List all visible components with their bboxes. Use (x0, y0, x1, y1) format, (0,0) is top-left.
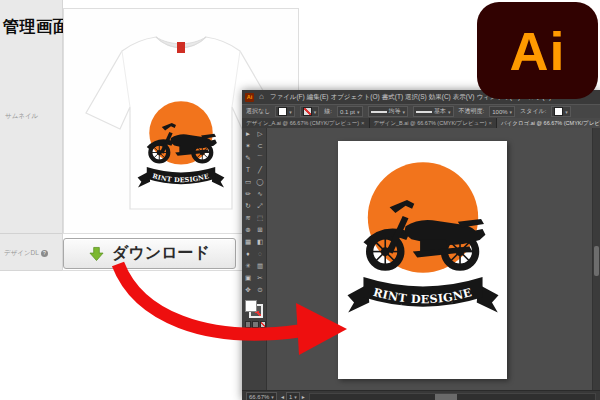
menu-item[interactable]: 編集(E) (306, 93, 330, 100)
sidebar-divider (0, 233, 62, 234)
brush-stroke-icon (416, 111, 432, 113)
rectangle-tool[interactable]: ▭ (242, 176, 254, 188)
width-tool[interactable]: ≋ (242, 212, 254, 224)
tab-close-icon[interactable]: × (488, 120, 492, 126)
zoom-level-value: 66.67% (249, 394, 269, 400)
artboard-navigation: ◂ 1 ▾ ▸ (281, 392, 305, 400)
download-button[interactable]: ダウンロード (63, 238, 236, 269)
row-divider (62, 270, 242, 271)
menu-item[interactable]: 選択(S) (404, 93, 428, 100)
horizontal-scrollbar-thumb[interactable] (435, 394, 457, 400)
tab-close-icon[interactable]: × (361, 120, 365, 126)
horizontal-scrollbar[interactable] (309, 393, 596, 400)
blend-tool[interactable]: ◌ (254, 248, 266, 260)
line-tool[interactable]: ╱ (254, 164, 266, 176)
selection-status: 選択なし (246, 107, 270, 116)
ellipse-tool[interactable]: ◯ (254, 176, 266, 188)
stroke-color-picker[interactable]: ▾ (300, 106, 320, 117)
gradient-mode-button[interactable] (252, 321, 258, 328)
stroke-width-select[interactable]: 0.1 pt ▾ (337, 106, 363, 117)
artboard-number-select[interactable]: 1 ▾ (286, 392, 300, 400)
shape-builder-tool[interactable]: ⊕ (242, 224, 254, 236)
stroke-profile-icon (371, 111, 387, 113)
tool-panel: ►▷✶⊂✎⌒T╱▭◯✏∿↻⤢≋⬚⊕⊞▦◧♦◌✳▥▣✂✥⊙ (242, 128, 267, 390)
vertical-scrollbar[interactable] (592, 128, 600, 390)
prev-artboard-button[interactable]: ◂ (281, 393, 284, 400)
direct-selection-tool[interactable]: ▷ (254, 128, 266, 140)
style-swatch (554, 107, 563, 116)
design-dl-label: デザインDL ? (4, 249, 48, 258)
magic-wand-tool[interactable]: ✶ (242, 140, 254, 152)
zoom-level-select[interactable]: 66.67% ▾ (246, 392, 277, 400)
admin-sidebar: 管理画面 サムネイル デザインDL ? (0, 0, 63, 271)
gradient-tool[interactable]: ◧ (254, 236, 266, 248)
document-tab[interactable]: バイクロゴ.ai @ 66.67% (CMYK/プレビュー)× (497, 118, 600, 128)
brush-definition-select[interactable]: 基本 ▾ (413, 106, 454, 117)
artboard-number: 1 (289, 394, 292, 400)
stroke-swatch (303, 107, 312, 116)
status-bar: 66.67% ▾ ◂ 1 ▾ ▸ (242, 390, 600, 400)
eyedropper-tool[interactable]: ♦ (242, 248, 254, 260)
opacity-value: 100% (492, 109, 507, 115)
fill-indicator[interactable] (245, 300, 257, 312)
brush-definition-value: 基本 (434, 107, 446, 116)
graph-tool[interactable]: ▥ (254, 260, 266, 272)
artboard-artwork (338, 141, 507, 379)
ai-app-icon[interactable]: Ai (245, 93, 254, 102)
document-tab-label: バイクロゴ.ai @ 66.67% (CMYK/プレビュー) (501, 120, 600, 127)
pen-tool[interactable]: ✎ (242, 152, 254, 164)
color-mode-button[interactable] (245, 321, 251, 328)
type-tool[interactable]: T (242, 164, 254, 176)
home-icon[interactable]: ⌂ (259, 92, 264, 102)
lasso-tool[interactable]: ⊂ (254, 140, 266, 152)
curvature-tool[interactable]: ⌒ (254, 152, 266, 164)
page-title: 管理画面 (3, 17, 69, 38)
free-transform-tool[interactable]: ⬚ (254, 212, 266, 224)
document-tab-label: デザイン_B.ai @ 66.67% (CMYK/プレビュー) (374, 120, 487, 127)
fill-stroke-widget[interactable] (245, 300, 263, 318)
help-icon[interactable]: ? (41, 250, 48, 257)
menu-item[interactable]: ファイル(F) (269, 93, 306, 100)
menu-item[interactable]: 表示(V) (452, 93, 476, 100)
zoom-tool[interactable]: ⊙ (254, 284, 266, 296)
vertical-scrollbar-thumb[interactable] (594, 246, 599, 276)
menu-item[interactable]: オブジェクト(O) (329, 93, 380, 100)
rotate-tool[interactable]: ↻ (242, 200, 254, 212)
document-tab-label: デザイン_A.ai @ 66.67% (CMYK/プレビュー) (246, 120, 359, 127)
selection-tool[interactable]: ► (242, 128, 254, 140)
artboard[interactable] (338, 141, 507, 379)
stroke-label: 線: (324, 107, 332, 116)
fill-color-picker[interactable]: ▾ (275, 106, 295, 117)
canvas-area: ►▷✶⊂✎⌒T╱▭◯✏∿↻⤢≋⬚⊕⊞▦◧♦◌✳▥▣✂✥⊙ (242, 128, 600, 390)
document-tab[interactable]: デザイン_B.ai @ 66.67% (CMYK/プレビュー)× (370, 118, 498, 128)
perspective-grid-tool[interactable]: ⊞ (254, 224, 266, 236)
hand-tool[interactable]: ✥ (242, 284, 254, 296)
ai-badge-text: Ai (510, 20, 566, 82)
control-bar: 選択なし ▾ ▾ 線: 0.1 pt ▾ 均等 ▾ 基本 ▾ 不透明度: 100… (242, 104, 600, 118)
opacity-select[interactable]: 100% ▾ (489, 106, 515, 117)
design-dl-text: デザインDL (4, 249, 39, 258)
none-mode-button[interactable] (260, 321, 266, 328)
download-button-label: ダウンロード (112, 243, 210, 264)
menu-item[interactable]: 効果(C) (428, 93, 452, 100)
artboard-tool[interactable]: ▣ (242, 272, 254, 284)
download-arrow-icon (89, 246, 104, 262)
next-artboard-button[interactable]: ▸ (302, 393, 305, 400)
variable-width-select[interactable]: 均等 ▾ (368, 106, 409, 117)
fill-swatch (278, 107, 287, 116)
mesh-tool[interactable]: ▦ (242, 236, 254, 248)
scale-tool[interactable]: ⤢ (254, 200, 266, 212)
stroke-width-value: 0.1 pt (340, 109, 355, 115)
menu-item[interactable]: 書式(T) (381, 93, 404, 100)
style-picker[interactable]: ▾ (551, 106, 571, 117)
style-label: スタイル: (520, 107, 546, 116)
screen-mode-button[interactable] (246, 332, 258, 340)
opacity-label: 不透明度: (459, 107, 485, 116)
paintbrush-tool[interactable]: ✏ (242, 188, 254, 200)
symbol-sprayer-tool[interactable]: ✳ (242, 260, 254, 272)
thumbnail-label: サムネイル (5, 112, 38, 121)
slice-tool[interactable]: ✂ (254, 272, 266, 284)
document-tab[interactable]: デザイン_A.ai @ 66.67% (CMYK/プレビュー)× (242, 118, 370, 128)
variable-width-value: 均等 (389, 107, 401, 116)
pencil-tool[interactable]: ∿ (254, 188, 266, 200)
